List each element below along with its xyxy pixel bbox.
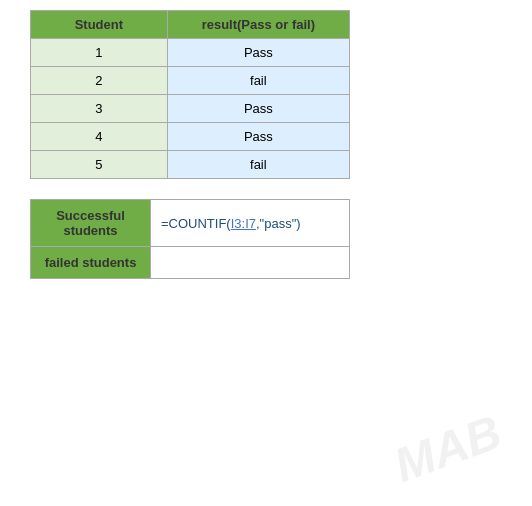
result-cell: fail (167, 67, 349, 95)
formula-text2: ,"pass") (256, 216, 301, 231)
table-row: 4Pass (31, 123, 350, 151)
header-result: result(Pass or fail) (167, 11, 349, 39)
result-cell: Pass (167, 95, 349, 123)
table-row: Successful students =COUNTIF(I3:I7,"pass… (31, 200, 350, 247)
table-row: 5fail (31, 151, 350, 179)
table-row: 3Pass (31, 95, 350, 123)
result-cell: fail (167, 151, 349, 179)
summary-table: Successful students =COUNTIF(I3:I7,"pass… (30, 199, 350, 279)
main-table: Student result(Pass or fail) 1Pass2fail3… (30, 10, 350, 179)
table-row: failed students (31, 247, 350, 279)
failed-label: failed students (31, 247, 151, 279)
successful-label: Successful students (31, 200, 151, 247)
formula-text: =COUNTIF( (161, 216, 231, 231)
table-row: 2fail (31, 67, 350, 95)
student-cell: 1 (31, 39, 168, 67)
student-cell: 3 (31, 95, 168, 123)
table-row: 1Pass (31, 39, 350, 67)
failed-formula-cell[interactable] (151, 247, 350, 279)
watermark-bottom: MAB (387, 404, 509, 493)
result-cell: Pass (167, 39, 349, 67)
formula-ref: I3:I7 (231, 216, 256, 231)
spreadsheet-area: Student result(Pass or fail) 1Pass2fail3… (30, 10, 500, 279)
student-cell: 5 (31, 151, 168, 179)
header-student: Student (31, 11, 168, 39)
student-cell: 4 (31, 123, 168, 151)
student-cell: 2 (31, 67, 168, 95)
successful-formula-cell[interactable]: =COUNTIF(I3:I7,"pass") (151, 200, 350, 247)
result-cell: Pass (167, 123, 349, 151)
